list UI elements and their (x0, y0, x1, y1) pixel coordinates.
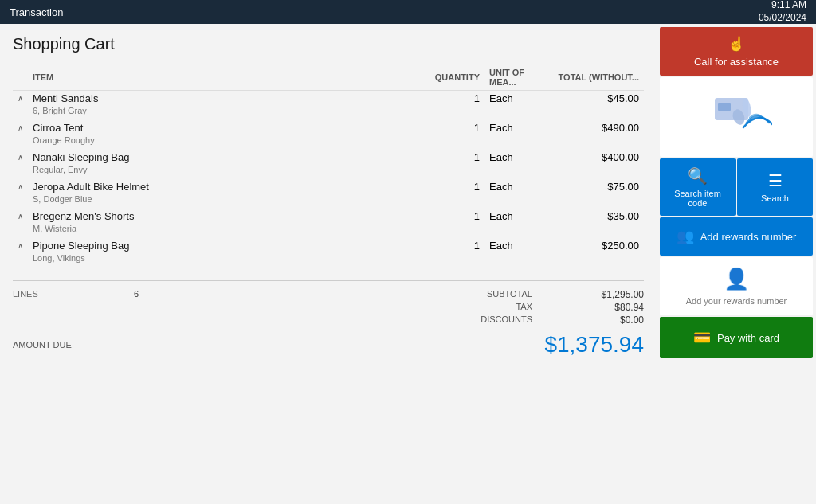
title-bar: Transaction 9:11 AM 05/02/2024 (0, 0, 816, 24)
expand-col-header (13, 64, 28, 91)
cart-panel: Shopping Cart ITEM QUANTITY UNIT OF MEA.… (0, 24, 657, 504)
main-layout: Shopping Cart ITEM QUANTITY UNIT OF MEA.… (0, 24, 816, 504)
tax-value: $80.94 (580, 302, 644, 313)
item-total: $250.00 (548, 238, 644, 253)
item-total: $45.00 (548, 91, 644, 107)
item-name: Bregenz Men's Shorts (28, 209, 421, 224)
item-name: Menti Sandals (28, 91, 421, 107)
datetime: 9:11 AM 05/02/2024 (759, 0, 806, 25)
tax-label: TAX (516, 302, 532, 313)
table-row[interactable]: ∧ Menti Sandals 1 Each $45.00 (13, 91, 644, 107)
item-subtext: 6, Bright Gray (28, 106, 644, 120)
summary-section: LINES 6 SUBTOTAL $1,295.00 TAX $80.94 DI… (13, 280, 644, 326)
lines-label: LINES (13, 289, 108, 299)
row-expand-icon[interactable]: ∧ (13, 120, 28, 135)
table-header-row: ITEM QUANTITY UNIT OF MEA... TOTAL (WITH… (13, 64, 644, 91)
discounts-row: DISCOUNTS $0.00 (481, 315, 644, 326)
item-quantity: 1 (421, 150, 484, 165)
pay-card-label: Pay with card (717, 332, 779, 344)
rewards-person-icon: 👤 (724, 267, 749, 291)
item-name: Nanaki Sleeping Bag (28, 150, 421, 165)
hand-icon: ☝ (728, 35, 745, 53)
total-header: TOTAL (WITHOUT... (548, 64, 644, 91)
scan-area (660, 77, 813, 157)
item-quantity: 1 (421, 238, 484, 253)
rewards-add-icon: 👥 (677, 228, 694, 245)
amount-due-row: AMOUNT DUE $1,375.94 (13, 332, 644, 357)
cart-body: ∧ Menti Sandals 1 Each $45.00 6, Bright … (13, 91, 644, 268)
date: 05/02/2024 (759, 12, 806, 25)
table-row-sub: 6, Bright Gray (13, 106, 644, 120)
search-item-code-label: Search item code (665, 189, 731, 208)
tax-row: TAX $80.94 (516, 302, 644, 313)
item-uom: Each (484, 238, 548, 253)
page-title: Shopping Cart (13, 35, 644, 53)
search-item-code-button[interactable]: 🔍 Search item code (660, 158, 736, 216)
cart-table: ITEM QUANTITY UNIT OF MEA... TOTAL (WITH… (13, 64, 644, 268)
item-total: $35.00 (548, 209, 644, 224)
table-row[interactable]: ∧ Bregenz Men's Shorts 1 Each $35.00 (13, 209, 644, 224)
table-row[interactable]: ∧ Pipone Sleeping Bag 1 Each $250.00 (13, 238, 644, 253)
subtotal-value: $1,295.00 (580, 289, 644, 300)
item-quantity: 1 (421, 91, 484, 107)
uom-header: UNIT OF MEA... (484, 64, 548, 91)
table-row-sub: M, Wisteria (13, 224, 644, 238)
row-expand-icon[interactable]: ∧ (13, 238, 28, 253)
summary-rows: SUBTOTAL $1,295.00 TAX $80.94 DISCOUNTS … (139, 289, 644, 326)
discounts-value: $0.00 (580, 315, 644, 326)
search-button[interactable]: ☰ Search (737, 158, 813, 216)
table-row-sub: Orange Roughy (13, 135, 644, 150)
right-panel: ☝ Call for assistance (657, 24, 816, 504)
item-subtext: Orange Roughy (28, 135, 644, 150)
table-row-sub: S, Dodger Blue (13, 194, 644, 209)
item-total: $75.00 (548, 179, 644, 194)
search-label: Search (761, 193, 789, 203)
item-uom: Each (484, 179, 548, 194)
table-row[interactable]: ∧ Jeropa Adult Bike Helmet 1 Each $75.00 (13, 179, 644, 194)
call-assistance-button[interactable]: ☝ Call for assistance (660, 27, 813, 76)
quantity-header: QUANTITY (421, 64, 484, 91)
rewards-area: 👤 Add your rewards number (660, 257, 813, 315)
item-quantity: 1 (421, 179, 484, 194)
item-quantity: 1 (421, 209, 484, 224)
app-title: Transaction (10, 6, 63, 18)
item-total: $400.00 (548, 150, 644, 165)
table-row[interactable]: ∧ Nanaki Sleeping Bag 1 Each $400.00 (13, 150, 644, 165)
item-name: Pipone Sleeping Bag (28, 238, 421, 253)
subtotal-label: SUBTOTAL (487, 289, 532, 300)
amount-due-label: AMOUNT DUE (13, 340, 72, 350)
pay-with-card-button[interactable]: 💳 Pay with card (660, 317, 813, 358)
item-name: Cirroa Tent (28, 120, 421, 135)
amount-due-value: $1,375.94 (544, 332, 644, 357)
item-header: ITEM (28, 64, 421, 91)
search-code-icon: 🔍 (688, 166, 708, 186)
discounts-label: DISCOUNTS (481, 315, 532, 326)
item-subtext: S, Dodger Blue (28, 194, 644, 209)
item-uom: Each (484, 150, 548, 165)
add-rewards-label: Add rewards number (700, 231, 797, 243)
item-uom: Each (484, 91, 548, 107)
table-row-sub: Long, Vikings (13, 253, 644, 268)
item-subtext: M, Wisteria (28, 224, 644, 238)
call-assistance-label: Call for assistance (694, 56, 779, 68)
item-uom: Each (484, 209, 548, 224)
row-expand-icon[interactable]: ∧ (13, 91, 28, 107)
row-expand-icon[interactable]: ∧ (13, 150, 28, 165)
item-subtext: Long, Vikings (28, 253, 644, 268)
add-rewards-button[interactable]: 👥 Add rewards number (660, 217, 813, 256)
scan-icon (700, 88, 772, 147)
card-icon: 💳 (693, 329, 711, 346)
rewards-placeholder: Add your rewards number (686, 296, 787, 306)
row-expand-icon[interactable]: ∧ (13, 179, 28, 194)
item-quantity: 1 (421, 120, 484, 135)
table-row-sub: Regular, Envy (13, 165, 644, 179)
item-name: Jeropa Adult Bike Helmet (28, 179, 421, 194)
search-button-row: 🔍 Search item code ☰ Search (660, 158, 813, 216)
table-row[interactable]: ∧ Cirroa Tent 1 Each $490.00 (13, 120, 644, 135)
subtotal-row: SUBTOTAL $1,295.00 (487, 289, 644, 300)
item-uom: Each (484, 120, 548, 135)
menu-icon: ☰ (768, 171, 783, 190)
time: 9:11 AM (759, 0, 806, 12)
row-expand-icon[interactable]: ∧ (13, 209, 28, 224)
item-total: $490.00 (548, 120, 644, 135)
